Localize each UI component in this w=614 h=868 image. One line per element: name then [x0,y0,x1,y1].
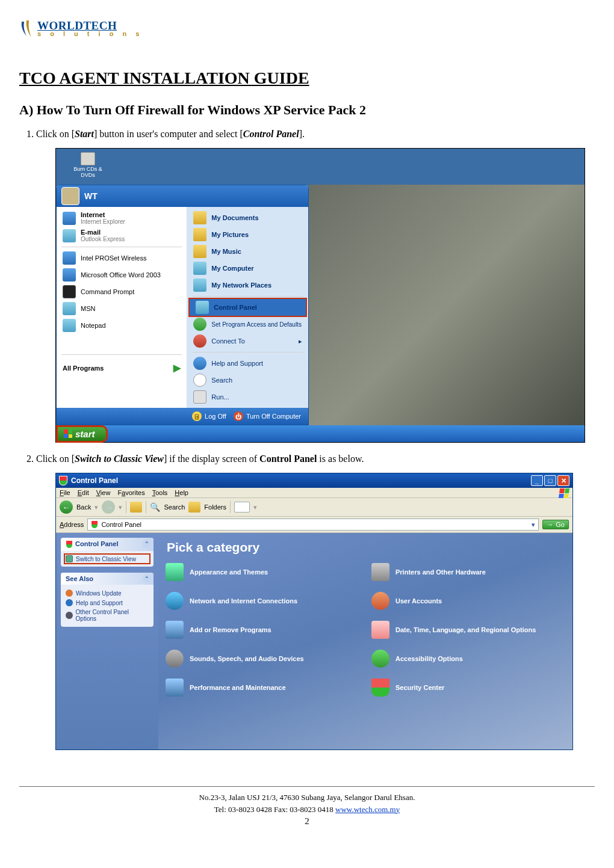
startmenu-email[interactable]: E-mailOutlook Express [57,227,187,244]
search-button[interactable]: Search [164,503,185,511]
cat-datetime[interactable]: Date, Time, Language, and Regional Optio… [371,621,565,639]
side-panel-controlpanel-header[interactable]: Control Panel ⌃ [61,538,154,551]
cat-users[interactable]: User Accounts [371,592,565,610]
printers-icon [371,563,389,581]
cat-sounds[interactable]: Sounds, Speech, and Audio Devices [166,650,359,668]
desktop-icon-burn[interactable]: Burn CDs & DVDs [67,152,109,179]
footer-url[interactable]: www.wtech.com.my [335,805,400,814]
folder-icon [193,228,206,241]
startmenu-control-panel[interactable]: Control Panel [188,298,307,317]
power-icon: ⏻ [234,411,243,421]
startmenu-mymusic[interactable]: My Music [187,243,308,260]
cat-security[interactable]: Security Center [371,679,565,697]
logoff-icon: ⍈ [192,411,202,421]
chevron-up-icon: ⌃ [143,574,151,583]
addremove-icon [166,621,184,639]
footer-address: No.23-3, Jalan USJ 21/3, 47630 Subang Ja… [19,792,595,804]
cat-addremove[interactable]: Add or Remove Programs [166,621,359,639]
other-cp-options-link[interactable]: Other Control Panel Options [66,608,149,623]
maximize-button[interactable]: □ [544,475,556,486]
windows-update-link[interactable]: Windows Update [66,588,149,598]
taskbar: start [56,425,108,442]
startmenu-proset[interactable]: Intel PROSet Wireless [57,250,187,266]
help-support-link[interactable]: Help and Support [66,598,149,608]
go-button[interactable]: →Go [542,520,569,529]
allprograms-arrow-icon: ▶ [173,362,181,374]
update-icon [66,589,73,597]
startmenu-mydocs[interactable]: My Documents [187,209,308,226]
menu-view[interactable]: View [96,489,111,496]
menu-favorites[interactable]: Favorites [117,489,144,496]
company-logo: WORLDTECH s o l u t i o n s [19,18,595,38]
menu-tools[interactable]: Tools [152,489,168,496]
address-icon [91,520,98,529]
search-icon [193,374,206,387]
appearance-icon [166,563,184,581]
step-1: Click on [Start] button in user's comput… [36,129,595,140]
side-panel-seealso-header[interactable]: See Also ⌃ [61,573,154,585]
logo-icon [19,18,36,38]
cat-performance[interactable]: Performance and Maintenance [166,679,359,697]
address-bar[interactable]: Control Panel ▾ [87,519,539,531]
startmenu-notepad[interactable]: Notepad [57,317,187,334]
startmenu-mypics[interactable]: My Pictures [187,226,308,243]
startmenu-all-programs[interactable]: All Programs ▶ [57,357,187,378]
switch-to-classic-view[interactable]: Switch to Classic View [64,553,150,564]
startmenu-run[interactable]: Run... [187,389,308,405]
start-button[interactable]: start [56,425,108,443]
close-button[interactable]: ✕ [557,475,569,486]
security-icon [371,679,389,697]
switch-icon [66,555,73,562]
help-icon [66,599,73,606]
folders-icon [188,502,200,512]
logoff-button[interactable]: ⍈Log Off [192,411,226,421]
section-a-heading: A) How To Turn Off Firewall for Windows … [19,102,595,118]
folder-icon [193,211,206,224]
xp-logo-icon [559,488,570,499]
startmenu-connect[interactable]: Connect To▸ [187,333,308,349]
startmenu-msn[interactable]: MSN [57,300,187,317]
defaults-icon [193,318,206,331]
page-number: 2 [19,816,595,826]
user-avatar-icon [61,187,79,205]
startmenu-header: WT [57,185,308,207]
startmenu-word[interactable]: Microsoft Office Word 2003 [57,266,187,283]
menubar: File Edit View Favorites Tools Help [56,488,572,498]
turnoff-button[interactable]: ⏻Turn Off Computer [234,411,301,421]
menu-help[interactable]: Help [175,489,188,496]
startmenu-network[interactable]: My Network Places [187,277,308,294]
performance-icon [166,679,184,697]
screenshot-control-panel: Control Panel _ □ ✕ File Edit View Favor… [55,473,573,750]
forward-button[interactable]: → [102,500,115,514]
cat-printers[interactable]: Printers and Other Hardware [371,563,565,581]
folders-button[interactable]: Folders [204,503,226,511]
startmenu-search[interactable]: Search [187,372,308,389]
network-icon [193,279,206,292]
logo-subtext: s o l u t i o n s [37,31,143,37]
proset-icon [63,251,76,265]
cat-appearance[interactable]: Appearance and Themes [166,563,359,581]
chevron-up-icon: ⌃ [143,540,151,548]
cat-network[interactable]: Network and Internet Connections [166,592,359,610]
cmd-icon [63,285,76,298]
startmenu-help[interactable]: Help and Support [187,355,308,372]
minimize-button[interactable]: _ [531,475,543,486]
accessibility-icon [371,650,389,668]
run-icon [193,390,206,404]
page-title: TCO AGENT INSTALLATION GUIDE [19,69,595,88]
cat-accessibility[interactable]: Accessibility Options [371,650,565,668]
startmenu-defaults[interactable]: Set Program Access and Defaults [187,316,308,333]
up-icon[interactable] [130,502,142,512]
word-icon [63,268,76,282]
logo-company-text: WORLDTECH [37,20,143,31]
controlpanel-icon [196,301,209,314]
window-title: Control Panel [71,476,118,485]
page-footer: No.23-3, Jalan USJ 21/3, 47630 Subang Ja… [19,792,595,815]
menu-file[interactable]: File [60,489,70,496]
startmenu-mycomputer[interactable]: My Computer [187,260,308,277]
menu-edit[interactable]: Edit [78,489,89,496]
views-button[interactable] [234,502,250,512]
back-button[interactable]: ← [60,500,73,514]
startmenu-cmd[interactable]: Command Prompt [57,283,187,300]
startmenu-internet[interactable]: InternetInternet Explorer [57,209,187,227]
